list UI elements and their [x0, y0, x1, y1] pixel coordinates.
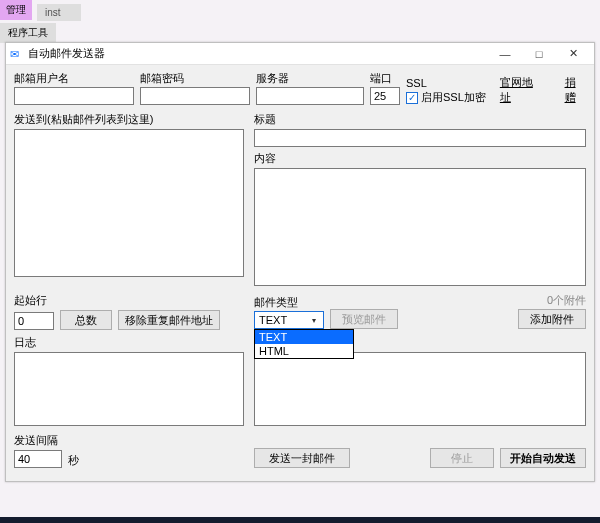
bg-tab-inst[interactable]: inst: [37, 4, 81, 21]
ssl-label: SSL: [406, 77, 494, 89]
failed-textarea[interactable]: [254, 352, 586, 426]
dedupe-button[interactable]: 移除重复邮件地址: [118, 310, 220, 330]
close-button[interactable]: ✕: [556, 44, 590, 64]
stop-button[interactable]: 停止: [430, 448, 494, 468]
donate-link[interactable]: 捐赠: [565, 75, 586, 105]
mailtype-label: 邮件类型: [254, 295, 324, 310]
chevron-down-icon: ▾: [307, 313, 321, 327]
titlebar: ✉ 自动邮件发送器 — □ ✕: [6, 43, 594, 65]
server-label: 服务器: [256, 71, 364, 86]
attach-count: 0个附件: [547, 293, 586, 308]
startline-label: 起始行: [14, 293, 244, 308]
username-label: 邮箱用户名: [14, 71, 134, 86]
app-window: ✉ 自动邮件发送器 — □ ✕ 邮箱用户名 邮箱密码 服务器 端口: [5, 42, 595, 482]
sendto-label: 发送到(粘贴邮件列表到这里): [14, 112, 244, 127]
mailtype-selected: TEXT: [259, 314, 287, 326]
interval-input[interactable]: [14, 450, 62, 468]
total-button[interactable]: 总数: [60, 310, 112, 330]
interval-unit: 秒: [68, 453, 79, 468]
official-link[interactable]: 官网地址: [500, 75, 543, 105]
ssl-checkbox-label: 启用SSL加密: [421, 90, 486, 105]
mailtype-option-text[interactable]: TEXT: [255, 330, 353, 344]
password-label: 邮箱密码: [140, 71, 250, 86]
credentials-row: 邮箱用户名 邮箱密码 服务器 端口 SSL ✓ 启用SSL加密: [14, 71, 586, 105]
body-textarea[interactable]: [254, 168, 586, 286]
log-label: 日志: [14, 335, 244, 350]
window-title: 自动邮件发送器: [28, 46, 105, 61]
subject-label: 标题: [254, 112, 586, 127]
bg-tab-tools[interactable]: 程序工具: [0, 23, 56, 43]
mailtype-option-html[interactable]: HTML: [255, 344, 353, 358]
ssl-checkbox[interactable]: ✓ 启用SSL加密: [406, 90, 494, 105]
port-label: 端口: [370, 71, 400, 86]
body-label: 内容: [254, 151, 586, 166]
bg-tab-purple[interactable]: 管理: [0, 0, 32, 20]
minimize-button[interactable]: —: [488, 44, 522, 64]
send-one-button[interactable]: 发送一封邮件: [254, 448, 350, 468]
maximize-button[interactable]: □: [522, 44, 556, 64]
interval-label: 发送间隔: [14, 433, 244, 448]
preview-button[interactable]: 预览邮件: [330, 309, 398, 329]
username-input[interactable]: [14, 87, 134, 105]
taskbar-strip: [0, 517, 600, 523]
server-input[interactable]: [256, 87, 364, 105]
mailtype-select[interactable]: TEXT ▾ TEXT HTML: [254, 311, 324, 329]
password-input[interactable]: [140, 87, 250, 105]
port-input[interactable]: [370, 87, 400, 105]
mailtype-dropdown: TEXT HTML: [254, 329, 354, 359]
start-auto-button[interactable]: 开始自动发送: [500, 448, 586, 468]
check-icon: ✓: [406, 92, 418, 104]
sendto-textarea[interactable]: [14, 129, 244, 277]
subject-input[interactable]: [254, 129, 586, 147]
startline-input[interactable]: [14, 312, 54, 330]
log-textarea[interactable]: [14, 352, 244, 426]
mail-icon: ✉: [10, 47, 24, 61]
add-attach-button[interactable]: 添加附件: [518, 309, 586, 329]
